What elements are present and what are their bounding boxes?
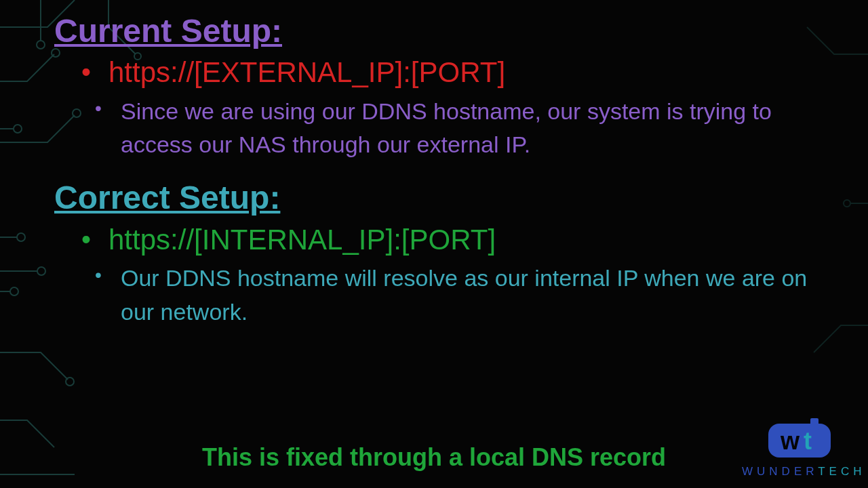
- current-setup-url: https://[EXTERNAL_IP]:[PORT]: [75, 54, 814, 92]
- correct-setup-url: https://[INTERNAL_IP]:[PORT]: [75, 221, 814, 260]
- wundertech-logo-icon: w t: [768, 418, 831, 463]
- logo-text-tech: TECH: [818, 465, 865, 478]
- logo-text-wunder: WUNDER: [742, 465, 818, 478]
- svg-point-6: [66, 378, 74, 386]
- current-setup-description: Since we are using our DDNS hostname, ou…: [87, 95, 814, 162]
- heading-correct-setup: Correct Setup:: [54, 179, 814, 216]
- footer-fix-note: This is fixed through a local DNS record: [0, 443, 868, 472]
- wundertech-logo: w t WUNDERTECH: [742, 418, 857, 479]
- current-setup-list: https://[EXTERNAL_IP]:[PORT]: [75, 54, 814, 92]
- svg-text:w: w: [780, 427, 800, 455]
- svg-point-4: [37, 267, 45, 275]
- svg-point-3: [17, 233, 25, 241]
- wundertech-logo-text: WUNDERTECH: [742, 465, 857, 479]
- current-setup-sublist: Since we are using our DDNS hostname, ou…: [87, 95, 814, 162]
- correct-setup-description: Our DDNS hostname will resolve as our in…: [87, 262, 814, 329]
- slide-content: Current Setup: https://[EXTERNAL_IP]:[PO…: [54, 12, 814, 329]
- svg-point-1: [14, 125, 22, 133]
- heading-current-setup: Current Setup:: [54, 12, 814, 49]
- svg-point-5: [10, 287, 18, 296]
- correct-setup-list: https://[INTERNAL_IP]:[PORT]: [75, 221, 814, 260]
- correct-setup-sublist: Our DDNS hostname will resolve as our in…: [87, 262, 814, 329]
- svg-text:t: t: [804, 427, 812, 455]
- svg-point-9: [844, 200, 850, 207]
- svg-point-7: [37, 41, 45, 49]
